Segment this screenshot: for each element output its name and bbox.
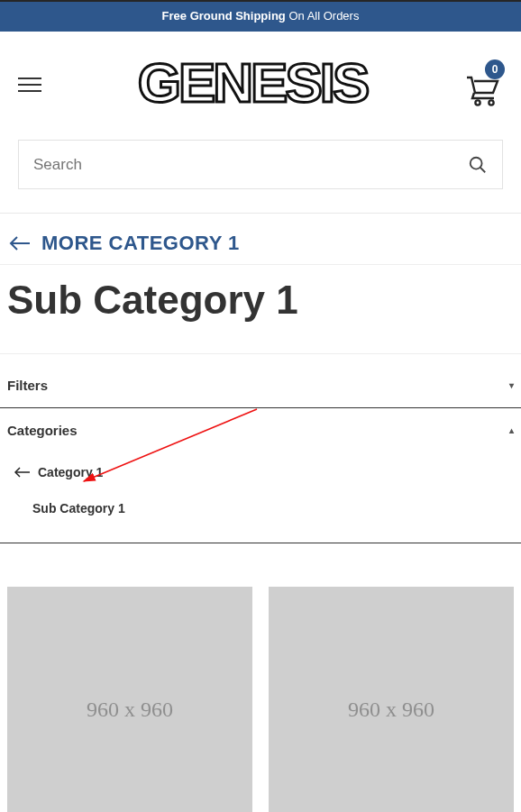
categories-toggle[interactable]: Categories ▴ — [0, 408, 521, 452]
placeholder-text: 960 x 960 — [348, 698, 434, 722]
cart-count-badge: 0 — [485, 59, 505, 79]
filters-toggle[interactable]: Filters ▾ — [0, 363, 521, 407]
svg-point-1 — [489, 100, 493, 105]
breadcrumb-back[interactable]: MORE CATEGORY 1 — [0, 219, 521, 265]
logo-text: GENESIS — [138, 55, 368, 114]
svg-point-2 — [471, 157, 482, 169]
menu-icon[interactable] — [18, 75, 41, 95]
product-tile[interactable]: 960 x 960 — [269, 587, 514, 812]
product-grid: 960 x 960 960 x 960 — [0, 543, 521, 812]
category-parent-label: Category 1 — [38, 465, 103, 479]
promo-rest-text: On All Orders — [286, 9, 360, 23]
search-box[interactable] — [18, 140, 503, 189]
categories-section: Categories ▴ Category 1 Sub Category 1 — [0, 408, 521, 543]
filters-label: Filters — [7, 378, 48, 393]
cart-button[interactable]: 0 — [463, 63, 503, 106]
arrow-left-icon — [9, 235, 31, 251]
chevron-up-icon: ▴ — [509, 425, 514, 435]
filters-section: Filters ▾ — [0, 363, 521, 408]
arrow-left-icon — [14, 467, 31, 478]
svg-line-3 — [480, 167, 486, 172]
chevron-down-icon: ▾ — [509, 380, 514, 390]
search-input[interactable] — [33, 156, 468, 174]
search-icon[interactable] — [468, 155, 488, 175]
category-current-label: Sub Category 1 — [32, 501, 125, 515]
category-list: Category 1 Sub Category 1 — [0, 452, 521, 543]
categories-label: Categories — [7, 423, 78, 438]
promo-bold-text: Free Ground Shipping — [162, 9, 286, 23]
svg-point-0 — [475, 100, 480, 105]
breadcrumb-back-label: MORE CATEGORY 1 — [41, 232, 240, 255]
cart-icon — [466, 76, 500, 106]
placeholder-text: 960 x 960 — [87, 698, 173, 722]
product-tile[interactable]: 960 x 960 — [7, 587, 252, 812]
category-current: Sub Category 1 — [7, 490, 514, 526]
page-title: Sub Category 1 — [0, 265, 521, 354]
logo[interactable]: GENESIS — [54, 55, 451, 114]
promo-bar: Free Ground Shipping On All Orders — [0, 0, 521, 32]
category-parent-link[interactable]: Category 1 — [7, 454, 514, 490]
header: GENESIS 0 — [0, 32, 521, 214]
